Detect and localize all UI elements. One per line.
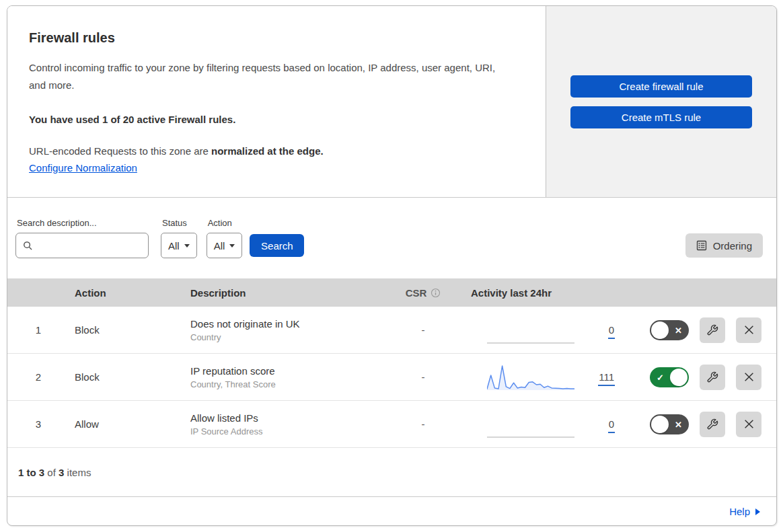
search-group: Search description... (15, 218, 149, 258)
help-link[interactable]: Help (729, 506, 760, 517)
search-input[interactable] (38, 240, 141, 251)
items-range: 1 to 3 (18, 467, 44, 478)
activity-sparkline (487, 315, 574, 345)
chevron-down-icon (229, 244, 235, 248)
page-description: Control incoming traffic to your zone by… (29, 59, 515, 95)
activity-column-header: Activity last 24hr (460, 287, 615, 299)
rule-enabled-toggle[interactable]: ✓ ✕ (650, 367, 689, 387)
normalization-bold: normalized at the edge. (211, 145, 324, 157)
x-icon: ✕ (675, 419, 682, 429)
normalization-note: URL-encoded Requests to this zone are no… (29, 145, 524, 157)
page-title: Firewall rules (29, 30, 524, 46)
rule-description-cell: Allow listed IPs IP Source Address (185, 412, 386, 436)
activity-count-wrap: 0 (587, 324, 615, 336)
search-button[interactable]: Search (250, 234, 304, 257)
usage-summary: You have used 1 of 20 active Firewall ru… (29, 114, 524, 125)
delete-rule-button[interactable] (736, 412, 761, 437)
rule-action: Allow (69, 418, 185, 430)
wrench-icon (706, 324, 718, 336)
description-column-header: Description (185, 287, 386, 299)
search-icon (23, 241, 33, 251)
intro-panel: Firewall rules Control incoming traffic … (7, 6, 546, 197)
actions-panel: Create firewall rule Create mTLS rule (546, 6, 776, 197)
help-bar: Help (7, 496, 776, 526)
ordering-button[interactable]: Ordering (685, 233, 763, 258)
table-row: 3 Allow Allow listed IPs IP Source Addre… (7, 401, 776, 448)
toggle-knob (651, 321, 669, 339)
activity-count-link[interactable]: 111 (598, 371, 615, 386)
rule-activity-cell: 0 (460, 315, 615, 345)
table-row: 1 Block Does not originate in UK Country… (7, 307, 776, 354)
top-section: Firewall rules Control incoming traffic … (7, 6, 776, 198)
check-icon: ✓ (657, 372, 664, 382)
rule-priority: 2 (7, 371, 69, 383)
create-mtls-rule-button[interactable]: Create mTLS rule (570, 106, 752, 128)
wrench-icon (706, 418, 718, 430)
filter-bar: Search description... Status All Action (7, 198, 776, 278)
activity-count-wrap: 0 (587, 418, 615, 430)
info-icon[interactable] (431, 288, 441, 298)
rule-csr-value: - (386, 371, 460, 383)
rule-csr-value: - (386, 418, 460, 430)
activity-sparkline (487, 363, 574, 392)
toggle-knob (651, 416, 669, 433)
firewall-rules-card: Firewall rules Control incoming traffic … (7, 5, 777, 526)
close-icon (743, 418, 755, 430)
rule-description: Does not originate in UK (190, 318, 386, 330)
edit-rule-button[interactable] (700, 317, 725, 343)
rule-action: Block (69, 371, 185, 383)
rule-criteria: IP Source Address (190, 426, 386, 436)
rule-enabled-toggle[interactable]: ✓ ✕ (650, 320, 689, 340)
close-icon (743, 371, 755, 383)
rule-action: Block (69, 324, 185, 336)
normalization-text: URL-encoded Requests to this zone are (29, 145, 211, 157)
rule-priority: 3 (7, 418, 69, 430)
table-header-row: Action Description CSR Activity last 24h… (7, 278, 776, 307)
items-label: items (64, 467, 91, 478)
chevron-down-icon (184, 244, 190, 248)
action-filter-group: Action All (207, 218, 243, 258)
edit-rule-button[interactable] (700, 412, 725, 437)
rule-csr-value: - (386, 324, 460, 336)
ordering-list-icon (696, 240, 707, 251)
x-icon: ✕ (675, 325, 682, 335)
rule-controls: ✓ ✕ (615, 365, 776, 390)
action-value: All (214, 240, 225, 252)
status-label: Status (162, 218, 197, 228)
status-value: All (168, 240, 180, 252)
csr-header-label: CSR (406, 287, 427, 299)
rule-activity-cell: 0 (460, 410, 615, 439)
delete-rule-button[interactable] (736, 317, 761, 343)
rule-enabled-toggle[interactable]: ✓ ✕ (650, 414, 689, 434)
activity-count-wrap: 111 (587, 371, 615, 383)
action-column-header: Action (69, 287, 185, 299)
search-input-box[interactable] (15, 233, 149, 258)
configure-normalization-link[interactable]: Configure Normalization (29, 162, 137, 174)
table-row: 2 Block IP reputation score Country, Thr… (7, 354, 776, 401)
arrow-right-icon (755, 508, 760, 515)
close-icon (743, 324, 755, 336)
rule-criteria: Country (190, 332, 386, 342)
action-label: Action (208, 218, 243, 228)
rule-description: Allow listed IPs (190, 412, 386, 424)
rule-criteria: Country, Threat Score (190, 379, 386, 389)
action-dropdown[interactable]: All (207, 233, 243, 258)
ordering-label: Ordering (713, 240, 752, 252)
rule-controls: ✓ ✕ (615, 317, 776, 343)
activity-count-link[interactable]: 0 (608, 324, 615, 339)
delete-rule-button[interactable] (736, 365, 761, 390)
firewall-rules-page: Firewall rules Control incoming traffic … (0, 0, 781, 532)
search-label: Search description... (17, 218, 149, 228)
create-firewall-rule-button[interactable]: Create firewall rule (570, 75, 752, 98)
pagination-summary: 1 to 3 of 3 items (7, 448, 776, 496)
toggle-knob (670, 369, 687, 386)
status-dropdown[interactable]: All (161, 233, 197, 258)
edit-rule-button[interactable] (700, 365, 725, 390)
activity-sparkline (487, 410, 574, 439)
rule-priority: 1 (7, 324, 69, 336)
rule-description-cell: IP reputation score Country, Threat Scor… (185, 365, 386, 389)
activity-count-link[interactable]: 0 (608, 418, 615, 433)
rule-description: IP reputation score (190, 365, 386, 377)
rule-controls: ✓ ✕ (615, 412, 776, 437)
rule-activity-cell: 111 (460, 363, 615, 392)
